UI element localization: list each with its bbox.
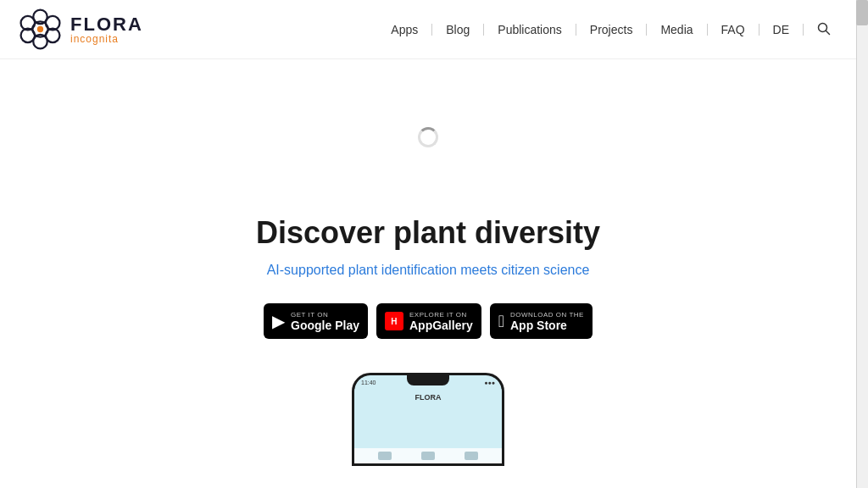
- nav-media[interactable]: Media: [647, 24, 707, 36]
- app-store-button[interactable]:  Download on the App Store: [490, 303, 593, 339]
- google-play-label-small: GET IT ON: [291, 311, 359, 319]
- huawei-icon: H: [385, 312, 403, 330]
- app-store-label-large: App Store: [510, 319, 584, 332]
- nav-projects[interactable]: Projects: [576, 24, 648, 36]
- nav-apps[interactable]: Apps: [377, 24, 432, 36]
- phone-outer: 11:40 ●●● FLORA: [352, 373, 504, 466]
- google-play-icon: ▶: [272, 311, 285, 331]
- hero-section: Discover plant diversity AI-supported pl…: [0, 59, 856, 466]
- nav-faq[interactable]: FAQ: [708, 24, 760, 36]
- svg-point-7: [37, 26, 43, 32]
- svg-line-9: [826, 30, 830, 34]
- hero-subtitle: AI-supported plant identification meets …: [267, 263, 590, 278]
- phone-bottom-nav: [354, 448, 502, 463]
- nav-publications[interactable]: Publications: [484, 24, 576, 36]
- header: FLORA incognita Apps Blog Publications P…: [0, 0, 856, 59]
- main-nav: Apps Blog Publications Projects Media FA…: [377, 22, 831, 37]
- logo-flora: FLORA: [70, 15, 143, 34]
- google-play-button[interactable]: ▶ GET IT ON Google Play: [264, 303, 368, 339]
- apple-icon: : [498, 312, 504, 331]
- logo-icon: [17, 6, 64, 53]
- phone-app-label: FLORA: [354, 389, 502, 406]
- app-store-label-small: Download on the: [510, 311, 584, 319]
- app-gallery-label-small: EXPLORE IT ON: [409, 311, 473, 319]
- phone-screen: 11:40 ●●● FLORA: [354, 375, 502, 463]
- phone-nav-item-1: [378, 452, 392, 460]
- scrollbar-track[interactable]: [856, 0, 868, 488]
- store-buttons: ▶ GET IT ON Google Play H EXPLORE IT ON …: [264, 303, 593, 339]
- logo-text: FLORA incognita: [70, 15, 143, 44]
- google-play-label-large: Google Play: [291, 319, 359, 332]
- phone-mockup: 11:40 ●●● FLORA: [343, 373, 513, 466]
- nav-blog[interactable]: Blog: [432, 24, 484, 36]
- search-icon: [817, 22, 831, 36]
- loading-spinner: [418, 127, 438, 147]
- phone-nav-item-2: [421, 452, 435, 460]
- app-gallery-button[interactable]: H EXPLORE IT ON AppGallery: [376, 303, 481, 339]
- hero-title: Discover plant diversity: [256, 215, 600, 251]
- nav-search-button[interactable]: [804, 22, 831, 37]
- phone-nav-item-3: [465, 452, 478, 460]
- logo-incognita: incognita: [70, 34, 143, 44]
- app-gallery-label-large: AppGallery: [409, 319, 473, 332]
- logo[interactable]: FLORA incognita: [17, 6, 143, 53]
- phone-notch: [407, 375, 449, 385]
- scrollbar-thumb[interactable]: [856, 0, 868, 25]
- nav-lang[interactable]: DE: [760, 24, 804, 36]
